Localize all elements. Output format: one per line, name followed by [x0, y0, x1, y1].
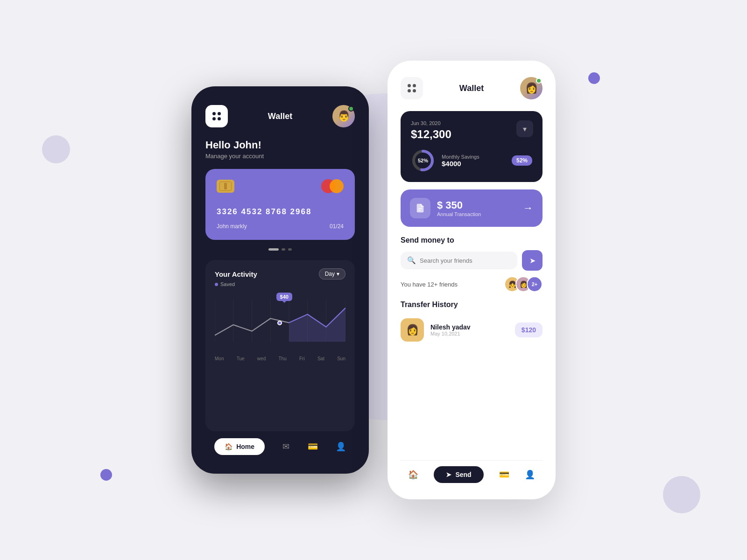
donut-percentage: 52% [418, 158, 428, 163]
user-nav-icon[interactable]: 👤 [336, 441, 346, 452]
grid-icon-dark[interactable] [205, 105, 228, 127]
credit-card[interactable]: 3326 4532 8768 2968 John markly 01/24 [205, 169, 355, 240]
chart-label-wed: wed [257, 356, 266, 361]
greeting-section: Hello John! Manage your account [205, 139, 355, 160]
light-bottom-nav: 🏠 ➤ Send 💳 👤 [401, 460, 543, 483]
activity-title: Your Activity [215, 270, 257, 278]
grid-dots-dark [211, 111, 222, 121]
chart-area: $40 [215, 293, 345, 353]
indicator-dot-1[interactable] [282, 248, 285, 251]
search-icon: 🔍 [407, 256, 416, 265]
balance-amount: $12,300 [411, 128, 532, 141]
chip-icon [217, 180, 234, 193]
chart-label-fri: Fri [299, 356, 305, 361]
savings-row: 52% Monthly Savings $4000 52% [411, 148, 532, 173]
greeting-subtitle: Manage your account [205, 153, 355, 160]
chart-label-tue: Tue [237, 356, 245, 361]
send-money-title: Send money to [401, 236, 543, 245]
chart-label-thu: Thu [278, 356, 286, 361]
table-row[interactable]: 👩 Nilesh yadav May 10,2021 $120 [401, 315, 543, 345]
transfer-history-title: Transfer History [401, 301, 543, 309]
mastercard-logo [321, 179, 344, 193]
dark-phone-header: Wallet 👨 [205, 105, 355, 127]
home-nav-button[interactable]: 🏠 Home [214, 438, 265, 455]
dark-phone: Wallet 👨 Hello John! Manage your account [191, 86, 369, 474]
dot-light-1 [408, 84, 411, 87]
chart-dot [277, 321, 282, 325]
savings-percentage-badge: 52% [512, 155, 532, 166]
transaction-arrow-icon: → [523, 202, 533, 214]
chart-label-sat: Sat [317, 356, 324, 361]
transaction-icon [410, 198, 430, 218]
saved-dot [215, 283, 218, 286]
dot4 [218, 117, 221, 120]
friends-row: You have 12+ friends 👧 👩 2+ [401, 276, 543, 292]
light-wallet-title: Wallet [459, 84, 484, 93]
search-friends-input[interactable] [420, 257, 511, 264]
activity-section: Your Activity Day ▾ Saved $40 [205, 260, 355, 431]
activity-header: Your Activity Day ▾ [215, 268, 345, 280]
dark-bottom-nav: 🏠 Home ✉ 💳 👤 [205, 431, 355, 455]
savings-info: Monthly Savings $4000 [442, 154, 505, 168]
send-nav-button[interactable]: ➤ Send [434, 466, 483, 483]
dot3 [212, 117, 216, 120]
transfer-history-section: Transfer History 👩 Nilesh yadav May 10,2… [401, 301, 543, 345]
bg-circle-gray-right [663, 476, 700, 513]
friend-more-count: 2+ [527, 276, 543, 292]
balance-card[interactable]: Jun 30, 2020 $12,300 ▾ 52% Monthly Savin… [401, 111, 543, 182]
grid-icon-light[interactable] [401, 77, 423, 99]
search-input-wrap[interactable]: 🔍 [401, 252, 517, 269]
balance-dropdown-button[interactable]: ▾ [516, 120, 533, 137]
friends-avatars: 👧 👩 2+ [504, 276, 543, 292]
svg-marker-8 [289, 308, 345, 342]
indicator-dot-2[interactable] [288, 248, 292, 251]
send-search-button[interactable]: ➤ [522, 250, 543, 271]
wallet-nav-icon[interactable]: 💳 [308, 441, 318, 452]
light-phone-header: Wallet 👩 [401, 77, 543, 99]
saved-label: Saved [215, 281, 345, 287]
savings-label: Monthly Savings [442, 154, 505, 160]
day-filter-button[interactable]: Day ▾ [319, 268, 345, 280]
balance-date: Jun 30, 2020 [411, 120, 532, 126]
savings-donut-chart: 52% [411, 148, 435, 173]
transfer-name: Nilesh yadav [430, 323, 508, 331]
light-wallet-nav-icon[interactable]: 💳 [499, 469, 509, 480]
dot-light-2 [413, 84, 416, 87]
dark-online-indicator [348, 106, 354, 112]
dark-wallet-title: Wallet [268, 112, 292, 121]
light-avatar-wrap: 👩 [520, 77, 543, 99]
transaction-card[interactable]: $ 350 Annual Transaction → [401, 189, 543, 227]
grid-dots-light [407, 83, 417, 93]
receipt-icon-svg [415, 203, 425, 213]
indicator-dot-active[interactable] [268, 248, 279, 251]
send-nav-icon[interactable]: ✉ [282, 441, 289, 452]
send-nav-icon: ➤ [446, 471, 451, 478]
transfer-avatar-nilesh: 👩 [401, 318, 424, 342]
bg-circle-purple-bottom [100, 469, 112, 481]
mc-orange-circle [330, 179, 344, 193]
light-phone: Wallet 👩 Jun 30, 2020 $12,300 ▾ 52% [388, 61, 556, 499]
dot-light-3 [408, 89, 411, 92]
transfer-amount: $120 [515, 322, 543, 337]
bg-circle-purple-top-right [588, 72, 600, 84]
chip-lines [219, 182, 232, 191]
chart-label-mon: Mon [215, 356, 224, 361]
card-bottom: John markly 01/24 [217, 223, 344, 230]
dot2 [218, 112, 221, 115]
home-label: Home [236, 443, 254, 450]
phones-container: Wallet 👨 Hello John! Manage your account [191, 61, 556, 499]
transaction-info: $ 350 Annual Transaction [437, 199, 516, 217]
send-arrow-icon: ➤ [529, 256, 536, 265]
light-home-nav-icon[interactable]: 🏠 [408, 469, 418, 480]
dot-light-4 [413, 89, 416, 92]
card-dots-indicator [205, 248, 355, 251]
dot1 [212, 112, 216, 115]
transfer-date: May 10,2021 [430, 331, 508, 336]
savings-amount: $4000 [442, 160, 505, 168]
chart-tooltip: $40 [276, 293, 292, 301]
friends-count-label: You have 12+ friends [401, 281, 458, 288]
light-user-nav-icon[interactable]: 👤 [525, 469, 535, 480]
send-nav-label: Send [455, 471, 471, 478]
card-holder-name: John markly [217, 223, 247, 230]
send-money-section: Send money to 🔍 ➤ You have 12+ friends 👧… [401, 236, 543, 292]
